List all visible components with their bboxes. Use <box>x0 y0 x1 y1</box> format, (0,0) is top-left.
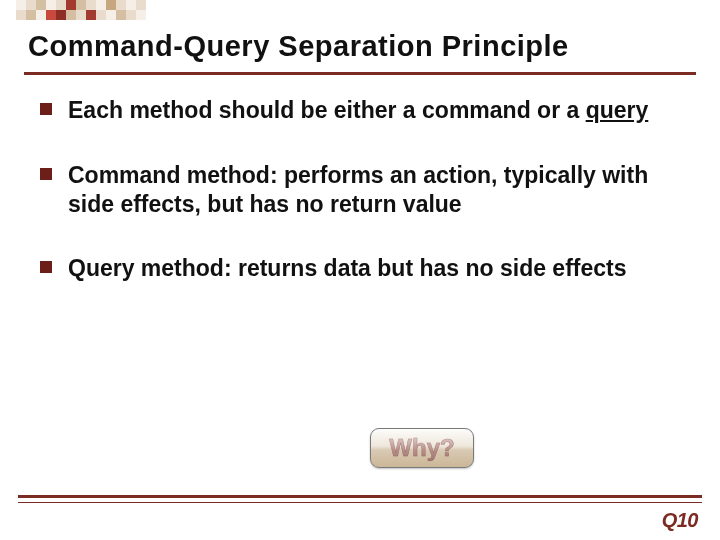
why-button-label: Why? <box>389 434 454 461</box>
list-item: Command method: performs an action, typi… <box>40 161 672 219</box>
square-bullet-icon <box>40 168 52 180</box>
square-bullet-icon <box>40 103 52 115</box>
bullet-text: Each method should be either a command o… <box>68 96 648 125</box>
list-item: Each method should be either a command o… <box>40 96 672 125</box>
square-bullet-icon <box>40 261 52 273</box>
slide-title: Command-Query Separation Principle <box>28 30 700 63</box>
corner-decoration <box>16 0 146 20</box>
question-number: Q10 <box>662 509 698 532</box>
slide-body: Each method should be either a command o… <box>40 96 672 319</box>
footer-rule-thin <box>18 502 702 503</box>
footer-rule-thick <box>18 495 702 498</box>
title-underline <box>24 72 696 75</box>
bullet-text: Command method: performs an action, typi… <box>68 161 672 219</box>
bullet-text: Query method: returns data but has no si… <box>68 254 627 283</box>
list-item: Query method: returns data but has no si… <box>40 254 672 283</box>
why-button[interactable]: Why? <box>370 428 474 468</box>
